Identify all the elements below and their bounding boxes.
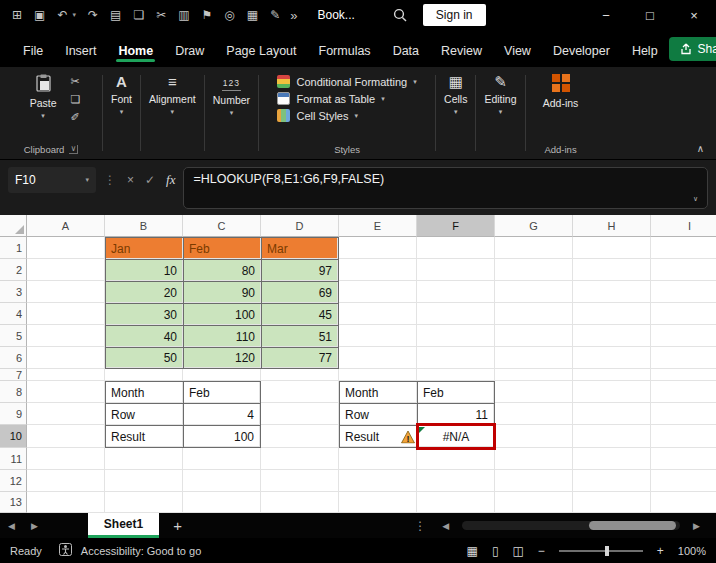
cell-I8[interactable] bbox=[651, 381, 716, 403]
cell-E3[interactable] bbox=[339, 281, 417, 303]
cell-B9[interactable]: Row bbox=[105, 403, 183, 425]
cell-E4[interactable] bbox=[339, 303, 417, 325]
cell-C4[interactable]: 100 bbox=[183, 303, 261, 325]
column-header-E[interactable]: E bbox=[339, 215, 417, 237]
cell-H4[interactable] bbox=[573, 303, 651, 325]
cell-A10[interactable] bbox=[27, 425, 105, 448]
cell-B3[interactable]: 20 bbox=[105, 281, 183, 303]
cell-I6[interactable] bbox=[651, 347, 716, 369]
cell-H6[interactable] bbox=[573, 347, 651, 369]
name-box-dropdown-icon[interactable]: ▾ bbox=[85, 176, 89, 184]
cell-C8[interactable]: Feb bbox=[183, 381, 261, 403]
cell-D6[interactable]: 77 bbox=[261, 347, 339, 369]
cell-A2[interactable] bbox=[27, 259, 105, 281]
column-header-G[interactable]: G bbox=[495, 215, 573, 237]
cell-H10[interactable] bbox=[573, 425, 651, 448]
horizontal-scrollbar[interactable]: ◀ ▶ bbox=[434, 521, 716, 531]
row-header-6[interactable]: 6 bbox=[0, 347, 27, 369]
scroll-left-icon[interactable]: ◀ bbox=[434, 521, 457, 531]
row-header-1[interactable]: 1 bbox=[0, 237, 27, 259]
print-icon[interactable]: ▤ bbox=[110, 8, 121, 22]
app-launcher-icon[interactable]: ⊞ bbox=[12, 8, 22, 22]
new-sheet-button[interactable]: + bbox=[159, 517, 196, 534]
undo-dropdown-icon[interactable]: ▾ bbox=[72, 11, 76, 19]
cell-E12[interactable] bbox=[339, 470, 417, 492]
cell-A6[interactable] bbox=[27, 347, 105, 369]
next-sheet-icon[interactable]: ▶ bbox=[23, 521, 46, 531]
cell-G4[interactable] bbox=[495, 303, 573, 325]
qat-overflow-button[interactable]: » bbox=[290, 8, 297, 23]
row-header-4[interactable]: 4 bbox=[0, 303, 27, 325]
cell-F1[interactable] bbox=[417, 237, 495, 259]
zoom-out-icon[interactable]: − bbox=[538, 544, 545, 558]
cell-D9[interactable] bbox=[261, 403, 339, 425]
column-header-A[interactable]: A bbox=[27, 215, 105, 237]
cell-D13[interactable] bbox=[261, 492, 339, 513]
accessibility-icon[interactable] bbox=[59, 543, 72, 558]
cell-F5[interactable] bbox=[417, 325, 495, 347]
row-header-7[interactable]: 7 bbox=[0, 369, 27, 381]
cut-icon[interactable]: ✂ bbox=[156, 8, 166, 22]
cell-H7[interactable] bbox=[573, 369, 651, 381]
column-header-B[interactable]: B bbox=[105, 215, 183, 237]
number-button[interactable]: 123 Number ▾ bbox=[205, 72, 258, 119]
collapse-ribbon-icon[interactable]: ∧ bbox=[697, 143, 704, 154]
cancel-icon[interactable]: × bbox=[127, 173, 134, 187]
cell-H2[interactable] bbox=[573, 259, 651, 281]
minimize-button[interactable]: − bbox=[584, 0, 628, 30]
cell-E9[interactable]: Row bbox=[339, 403, 417, 425]
scrollbar-track[interactable] bbox=[462, 521, 680, 530]
zoom-slider-thumb[interactable] bbox=[605, 546, 609, 556]
zoom-in-icon[interactable]: + bbox=[657, 544, 664, 558]
flag-icon[interactable]: ⚑ bbox=[202, 8, 213, 22]
cell-D3[interactable]: 69 bbox=[261, 281, 339, 303]
cut-icon[interactable]: ✂ bbox=[70, 75, 80, 88]
cell-C12[interactable] bbox=[183, 470, 261, 492]
column-header-I[interactable]: I bbox=[651, 215, 716, 237]
search-icon[interactable] bbox=[393, 8, 407, 22]
cell-B12[interactable] bbox=[105, 470, 183, 492]
cell-A5[interactable] bbox=[27, 325, 105, 347]
cell-F9[interactable]: 11 bbox=[417, 403, 495, 425]
page-break-view-icon[interactable]: ◫ bbox=[512, 544, 523, 558]
cell-A11[interactable] bbox=[27, 448, 105, 470]
cell-A1[interactable] bbox=[27, 237, 105, 259]
cell-H3[interactable] bbox=[573, 281, 651, 303]
expand-formula-bar-icon[interactable]: ∨ bbox=[693, 195, 698, 203]
cell-I11[interactable] bbox=[651, 448, 716, 470]
format-painter-icon[interactable]: ✐ bbox=[70, 111, 80, 124]
scroll-right-icon[interactable]: ▶ bbox=[685, 521, 708, 531]
column-header-C[interactable]: C bbox=[183, 215, 261, 237]
cells-button[interactable]: ▦ Cells ▾ bbox=[436, 72, 475, 118]
cell-B6[interactable]: 50 bbox=[105, 347, 183, 369]
add-ins-button[interactable]: Add-ins bbox=[535, 72, 587, 111]
cell-E13[interactable] bbox=[339, 492, 417, 513]
clipboard-dialog-launcher-icon[interactable]: ∨ bbox=[69, 145, 78, 154]
cell-A12[interactable] bbox=[27, 470, 105, 492]
error-options-button[interactable]: ! bbox=[400, 429, 416, 444]
cell-I13[interactable] bbox=[651, 492, 716, 513]
cell-F6[interactable] bbox=[417, 347, 495, 369]
row-header-3[interactable]: 3 bbox=[0, 281, 27, 303]
sign-in-button[interactable]: Sign in bbox=[423, 4, 486, 26]
cell-F4[interactable] bbox=[417, 303, 495, 325]
cell-E7[interactable] bbox=[339, 369, 417, 381]
cell-F2[interactable] bbox=[417, 259, 495, 281]
picture-icon[interactable]: ▥ bbox=[178, 8, 189, 22]
copy-icon[interactable]: ❏ bbox=[133, 8, 144, 22]
cell-H9[interactable] bbox=[573, 403, 651, 425]
cell-A8[interactable] bbox=[27, 381, 105, 403]
cell-B13[interactable] bbox=[105, 492, 183, 513]
column-header-H[interactable]: H bbox=[573, 215, 651, 237]
zoom-slider[interactable] bbox=[559, 550, 643, 552]
cell-H1[interactable] bbox=[573, 237, 651, 259]
cell-B2[interactable]: 10 bbox=[105, 259, 183, 281]
cell-C13[interactable] bbox=[183, 492, 261, 513]
cell-I3[interactable] bbox=[651, 281, 716, 303]
cell-B8[interactable]: Month bbox=[105, 381, 183, 403]
cell-G9[interactable] bbox=[495, 403, 573, 425]
tab-developer[interactable]: Developer bbox=[542, 35, 621, 67]
cell-D1[interactable]: Mar bbox=[261, 237, 339, 259]
enter-icon[interactable]: ✓ bbox=[145, 173, 155, 187]
cell-C7[interactable] bbox=[183, 369, 261, 381]
